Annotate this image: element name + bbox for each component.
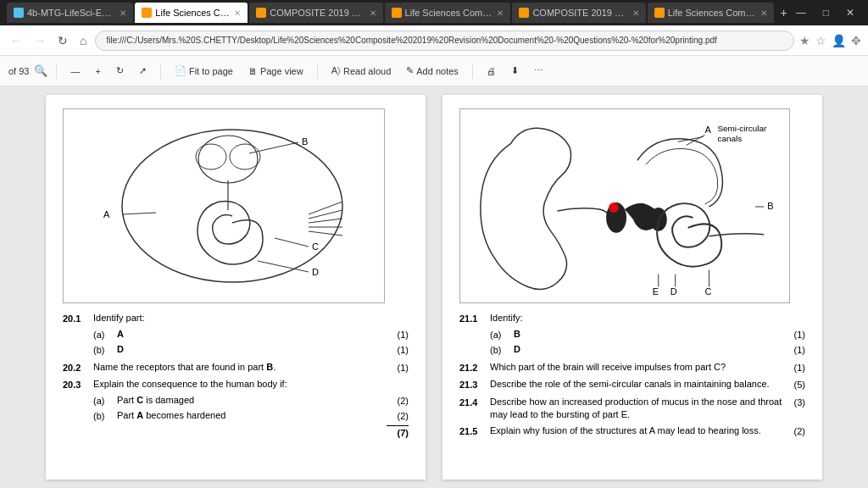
tab-life-sciences-3[interactable]: Life Sciences Composit ✕ — [648, 3, 774, 23]
fit-page-button[interactable]: 📄 Fit to page — [170, 63, 238, 79]
tab-life-sciences-2[interactable]: Life Sciences Composit ✕ — [385, 3, 511, 23]
back-button[interactable]: ← — [7, 32, 25, 49]
more-button[interactable]: ⋯ — [529, 63, 548, 79]
question-20-total: (7) — [63, 425, 409, 441]
svg-text:A: A — [705, 125, 712, 135]
svg-rect-2 — [256, 8, 266, 18]
svg-rect-0 — [14, 8, 24, 18]
print-button[interactable]: 🖨 — [481, 64, 501, 79]
new-tab-button[interactable]: + — [776, 6, 793, 19]
extensions-icon[interactable]: ✥ — [851, 34, 861, 47]
right-diagram: A Semi-circular canals B E D C — [459, 108, 790, 303]
expand-button[interactable]: ➚ — [134, 63, 152, 79]
svg-line-11 — [309, 210, 342, 219]
page-view-button[interactable]: 🗎 Page view — [243, 64, 309, 79]
svg-line-18 — [258, 261, 309, 272]
svg-line-12 — [309, 219, 342, 223]
favorites-icon[interactable]: ☆ — [815, 34, 826, 47]
question-20-3: 20.3 Explain the consequence to the huma… — [63, 378, 409, 440]
svg-text:B: B — [767, 201, 773, 211]
svg-text:Semi-circular: Semi-circular — [717, 124, 767, 133]
svg-text:A: A — [103, 209, 110, 219]
forward-button[interactable]: → — [31, 32, 49, 49]
svg-line-15 — [249, 142, 298, 153]
rotate-button[interactable]: ↻ — [111, 63, 129, 79]
separator-3 — [317, 64, 318, 79]
maximize-button[interactable]: □ — [820, 7, 832, 19]
svg-text:D: D — [670, 286, 677, 297]
add-notes-button[interactable]: ✎ Add notes — [401, 63, 464, 79]
window-controls: — □ ✕ — [793, 7, 861, 19]
zoom-in-button[interactable]: + — [90, 64, 105, 79]
svg-point-6 — [122, 130, 342, 282]
question-21-4: 21.4 Describe how an increased productio… — [459, 396, 805, 422]
question-21-5: 21.5 Explain why fusion of the structure… — [459, 424, 805, 439]
close-button[interactable]: ✕ — [843, 7, 858, 19]
separator-4 — [472, 64, 473, 79]
person-icon[interactable]: 👤 — [832, 34, 846, 47]
pdf-toolbar: of 93 🔍 — + ↻ ➚ 📄 Fit to page 🗎 Page vie… — [0, 56, 868, 86]
read-aloud-button[interactable]: A〉 Read aloud — [326, 63, 397, 79]
page-info: of 93 — [8, 66, 29, 76]
svg-line-16 — [122, 213, 156, 214]
cursor-indicator — [609, 202, 619, 213]
separator-1 — [56, 64, 57, 79]
left-diagram: B A C D — [63, 108, 385, 303]
question-20-2: 20.2 Name the receptors that are found i… — [63, 361, 409, 375]
url-input[interactable]: file:///C:/Users/Mrs.%20S.CHETTY/Desktop… — [95, 30, 794, 51]
address-bar: ← → ↻ ⌂ file:///C:/Users/Mrs.%20S.CHETTY… — [0, 25, 868, 56]
question-21-3: 21.3 Describe the role of the semi-circu… — [459, 378, 805, 392]
svg-text:D: D — [312, 267, 319, 277]
svg-rect-1 — [142, 8, 152, 18]
main-content: B A C D 20.1 Identify part: (a) A (1) (b… — [0, 86, 868, 488]
tab-composite-2[interactable]: COMPOSITE 2019 Revis ✕ — [512, 3, 645, 23]
svg-text:canals: canals — [717, 134, 742, 143]
question-20-1: 20.1 Identify part: (a) A (1) (b) D (1) — [63, 312, 409, 358]
svg-rect-3 — [392, 8, 402, 18]
question-21-1: 21.1 Identify: (a) B (1) (b) D (1) — [459, 312, 805, 358]
svg-line-14 — [309, 231, 342, 236]
refresh-button[interactable]: ↻ — [54, 32, 71, 49]
zoom-out-button[interactable]: — — [65, 64, 85, 79]
download-button[interactable]: ⬇ — [506, 63, 524, 79]
right-pdf-page: A Semi-circular canals B E D C 21.1 Iden… — [442, 95, 822, 480]
left-ear-diagram: B A C D — [71, 113, 376, 299]
star-icon[interactable]: ★ — [799, 34, 810, 47]
tab-4b-mtg[interactable]: 4b-MTG-LifeSci-EN-18- ✕ — [7, 3, 133, 23]
svg-text:C: C — [705, 286, 712, 297]
home-button[interactable]: ⌂ — [76, 32, 90, 49]
tab-life-sciences[interactable]: Life Sciences Comp ✕ — [135, 3, 248, 23]
svg-text:C: C — [312, 241, 319, 252]
svg-text:E: E — [653, 286, 659, 297]
svg-line-17 — [275, 238, 309, 247]
svg-point-7 — [198, 136, 258, 183]
search-pdf-icon[interactable]: 🔍 — [34, 64, 47, 77]
separator-2 — [160, 64, 161, 79]
svg-point-9 — [230, 144, 260, 169]
svg-line-10 — [309, 202, 342, 214]
svg-point-8 — [196, 144, 226, 169]
svg-rect-5 — [654, 8, 665, 18]
left-pdf-page: B A C D 20.1 Identify part: (a) A (1) (b… — [46, 95, 426, 480]
tab-composite-1[interactable]: COMPOSITE 2019 Revis ✕ — [249, 3, 382, 23]
title-bar: 4b-MTG-LifeSci-EN-18- ✕ Life Sciences Co… — [0, 0, 868, 25]
svg-text:B: B — [302, 136, 308, 147]
question-21-2: 21.2 Which part of the brain will receiv… — [459, 361, 805, 375]
svg-rect-4 — [519, 8, 529, 18]
right-ear-diagram: A Semi-circular canals B E D C — [460, 109, 789, 302]
minimize-button[interactable]: — — [793, 7, 810, 19]
page-number-display: of 93 — [8, 66, 29, 76]
